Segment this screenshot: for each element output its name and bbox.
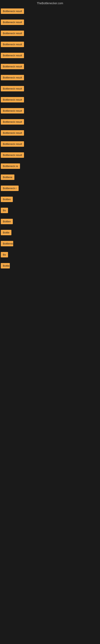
- list-item: Bottlen: [0, 196, 100, 206]
- list-item: Bottlene: [0, 173, 100, 184]
- list-item: Bottleneck result: [0, 30, 100, 40]
- list-item: Bo: [0, 251, 100, 262]
- list-item: Bottleneck result: [0, 7, 100, 18]
- bottleneck-badge[interactable]: Bottleneck re: [1, 164, 20, 169]
- bottleneck-badge[interactable]: Bottlen: [1, 219, 13, 224]
- bottleneck-badge[interactable]: Bottleneck result: [1, 108, 24, 114]
- list-item: Bottleneck result: [0, 18, 100, 30]
- bottleneck-badge[interactable]: Bottlenec: [1, 241, 13, 246]
- list-item: Bottleneck result: [0, 107, 100, 118]
- bottleneck-badge[interactable]: Bottleneck result: [1, 152, 24, 158]
- list-item: Bottlenec: [0, 240, 100, 251]
- bottleneck-badge[interactable]: Bottleneck result: [1, 53, 24, 58]
- bottleneck-badge[interactable]: Bottleneck result: [1, 42, 24, 47]
- list-item: Bottleneck r: [0, 184, 100, 196]
- list-item: Bottle: [0, 228, 100, 240]
- list-item: Bottleneck result: [0, 85, 100, 96]
- bottleneck-badge[interactable]: Bottleneck result: [1, 97, 24, 102]
- bottleneck-badge[interactable]: Bottleneck result: [1, 130, 24, 136]
- list-item: Bottleneck result: [0, 74, 100, 85]
- list-item: Bottlen: [0, 218, 100, 228]
- bottleneck-badge[interactable]: Bottleneck result: [1, 119, 24, 124]
- bottleneck-badge[interactable]: Bottleneck result: [1, 141, 24, 147]
- bottleneck-badge[interactable]: Bottleneck r: [1, 186, 19, 191]
- bottleneck-badge[interactable]: Bottleneck result: [1, 8, 24, 14]
- list-item: Bottleneck result: [0, 40, 100, 52]
- bottleneck-badge[interactable]: Bottleneck result: [1, 75, 24, 80]
- bottleneck-badge[interactable]: Bo: [1, 252, 8, 258]
- list-item: Bo: [0, 206, 100, 218]
- list-item: Bottleneck result: [0, 52, 100, 62]
- list-item: Bottleneck result: [0, 151, 100, 162]
- list-item: Bottleneck result: [0, 118, 100, 129]
- list-item: Bottleneck re: [0, 162, 100, 173]
- list-item: Bottleneck result: [0, 96, 100, 107]
- bottleneck-badge[interactable]: Bottleneck result: [1, 64, 24, 69]
- list-item: Bottleneck result: [0, 62, 100, 74]
- bottleneck-list: Bottleneck result Bottleneck result Bott…: [0, 6, 100, 274]
- bottleneck-badge[interactable]: Bottleneck result: [1, 20, 24, 25]
- list-item: Bottleneck result: [0, 129, 100, 140]
- bottleneck-badge[interactable]: Bottlene: [1, 174, 14, 180]
- bottleneck-badge[interactable]: Bottlen: [1, 196, 13, 202]
- list-item: Bottleneck result: [0, 140, 100, 151]
- bottleneck-badge[interactable]: Bo: [1, 208, 8, 213]
- bottleneck-badge[interactable]: Bottleneck result: [1, 30, 24, 36]
- list-item: Bottle: [0, 262, 100, 273]
- bottleneck-badge[interactable]: Bottle: [1, 230, 11, 235]
- site-title: TheBottlenecker.com: [0, 0, 100, 6]
- bottom-spacer: [0, 274, 100, 435]
- bottleneck-badge[interactable]: Bottle: [1, 263, 10, 268]
- bottleneck-badge[interactable]: Bottleneck result: [1, 86, 24, 91]
